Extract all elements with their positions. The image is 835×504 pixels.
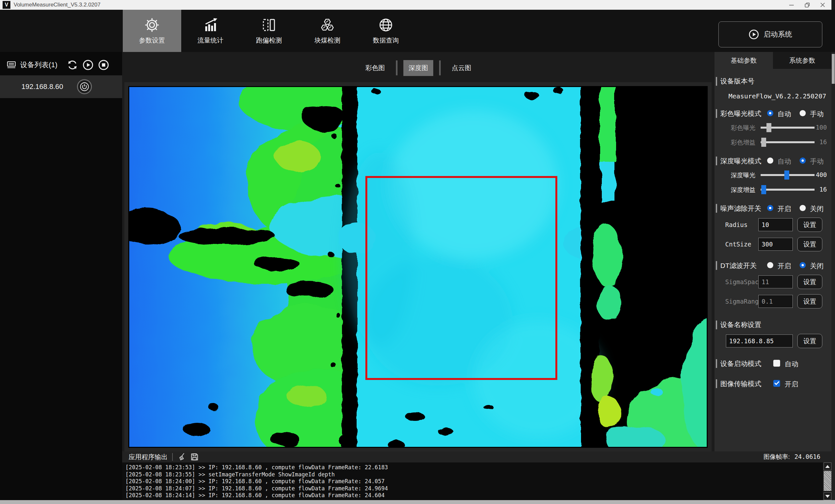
device-name-set-button[interactable]: 设置 [797,334,822,348]
radius-input[interactable] [758,218,793,231]
log-line: [2025-02-08 18:24:00] >> IP: 192.168.8.6… [125,478,823,485]
device-power-button[interactable] [78,80,91,93]
depth-exposure-value: 400 [811,171,827,178]
device-name-input[interactable] [726,335,793,347]
slider-handle[interactable] [784,170,789,180]
slider-handle[interactable] [761,185,766,194]
depth-mode-auto-radio[interactable] [767,158,773,164]
tab-deviation-detection[interactable]: 跑偏检测 [240,10,298,52]
log-header: 应用程序输出 图像帧率: 24.0616 [122,451,831,462]
device-list-title: 设备列表(1) [20,60,58,70]
color-exposure-slider-row: 彩色曝光 100 [714,122,831,133]
radius-label: Radius [725,221,748,228]
sigmarange-row: SigmaRange 设置 [714,294,831,309]
depth-exposure-mode-label: 深度曝光模式 [720,157,761,166]
depth-image-canvas[interactable] [129,87,707,447]
log-scrollbar-thumb[interactable] [823,471,831,491]
color-mode-auto-radio[interactable] [767,110,773,116]
depth-exposure-mode-row: 深度曝光模式 自动 手动 [714,156,831,166]
slider-handle[interactable] [767,123,771,132]
color-gain-slider[interactable] [761,141,815,143]
startup-mode-checkbox[interactable] [773,360,780,367]
tab-point-cloud[interactable]: 点云图 [447,60,476,76]
device-list-icon [6,61,16,69]
clear-log-button[interactable] [177,452,187,462]
sigmaspace-set-button[interactable]: 设置 [797,275,822,289]
noise-filter-off-label: 关闭 [810,204,823,213]
power-icon [80,82,89,92]
refresh-icon[interactable] [67,59,78,70]
noise-filter-off-radio[interactable] [800,205,806,211]
title-bar: V VolumeMeasureClient_V5.3.2.0207 [0,0,835,10]
close-button[interactable] [815,0,831,10]
color-exposure-label: 彩色曝光 [714,124,755,132]
panel-scrollbar-thumb[interactable] [832,54,835,84]
globe-icon [378,17,394,33]
depth-gain-slider[interactable] [761,189,815,190]
transfer-mode-option-label: 开启 [785,380,798,389]
framerate-label: 图像帧率: [763,453,790,461]
transfer-mode-checkbox[interactable] [773,380,780,387]
sigmarange-set-button[interactable]: 设置 [797,294,822,308]
cntsize-set-button[interactable]: 设置 [797,237,822,251]
framerate-readout: 图像帧率: 24.0616 [763,453,831,461]
log-output[interactable]: [2025-02-08 18:23:53] >> IP: 192.168.8.6… [122,462,823,500]
start-system-button[interactable]: 启动系统 [718,21,822,47]
log-scroll-up-button[interactable] [823,462,831,470]
section-accent [716,261,717,270]
save-log-button[interactable] [190,452,199,462]
color-exposure-slider[interactable] [761,127,815,128]
tab-basic-params[interactable]: 基础参数 [714,52,773,69]
tab-data-query[interactable]: 数据查询 [357,10,415,52]
window-title: VolumeMeasureClient_V5.3.2.0207 [14,2,100,8]
tab-parameter-settings[interactable]: 参数设置 [123,10,181,52]
tab-depth-image[interactable]: 深度图 [403,60,433,76]
slider-handle[interactable] [761,138,766,147]
tab-color-image[interactable]: 彩色图 [360,60,390,76]
gear-icon [144,17,160,33]
depth-gain-slider-row: 深度增益 16 [714,184,831,195]
noise-filter-on-radio[interactable] [767,205,773,211]
image-viewer: 彩色图 深度图 点云图 [122,52,714,451]
start-all-icon[interactable] [82,59,94,70]
dt-filter-row: DT滤波开关 开启 关闭 [714,260,831,270]
start-system-label: 启动系统 [763,29,792,39]
dt-filter-on-label: 开启 [777,261,791,270]
sigmaspace-label: SigmaSpace [725,278,762,285]
maximize-button[interactable] [799,0,815,10]
stop-all-icon[interactable] [98,59,109,70]
cntsize-input[interactable] [758,238,793,251]
log-scrollbar[interactable] [823,462,831,500]
sigmaspace-row: SigmaSpace 设置 [714,275,831,290]
panel-scrollbar[interactable] [831,52,835,500]
sigmaspace-input[interactable] [758,275,793,288]
window-bottom-edge [0,500,835,504]
dt-filter-on-radio[interactable] [767,262,773,268]
sigmarange-input[interactable] [758,295,793,308]
color-gain-value: 16 [811,138,827,145]
depth-exposure-slider[interactable] [761,174,815,176]
coal-icon [320,17,335,33]
color-exposure-mode-label: 彩色曝光模式 [720,109,761,118]
device-list-actions [67,59,109,70]
tab-system-params[interactable]: 系统参数 [773,52,831,69]
minimize-button[interactable] [784,0,799,10]
device-name-label: 设备名称设置 [720,320,761,329]
tab-label: 跑偏检测 [256,36,282,45]
log-scroll-down-button[interactable] [823,492,831,500]
device-row[interactable]: 192.168.8.60 [0,75,122,98]
noise-filter-row: 噪声滤除开关 开启 关闭 [714,203,831,213]
log-line: [2025-02-08 18:24:14] >> IP: 192.168.8.6… [125,492,823,499]
device-name-row: 设置 [714,334,831,349]
view-mode-tabs: 彩色图 深度图 点云图 [360,60,476,76]
device-list-header: 设备列表(1) [0,52,122,72]
close-icon [820,3,825,7]
depth-mode-manual-radio[interactable] [800,158,806,164]
radius-set-button[interactable]: 设置 [797,218,822,232]
tab-flow-statistics[interactable]: 流量统计 [181,10,240,52]
tab-lump-coal-detection[interactable]: 块煤检测 [298,10,357,52]
section-accent [716,321,717,329]
dt-filter-off-radio[interactable] [800,262,806,268]
bar-chart-icon [203,17,218,33]
color-mode-manual-radio[interactable] [800,110,806,116]
